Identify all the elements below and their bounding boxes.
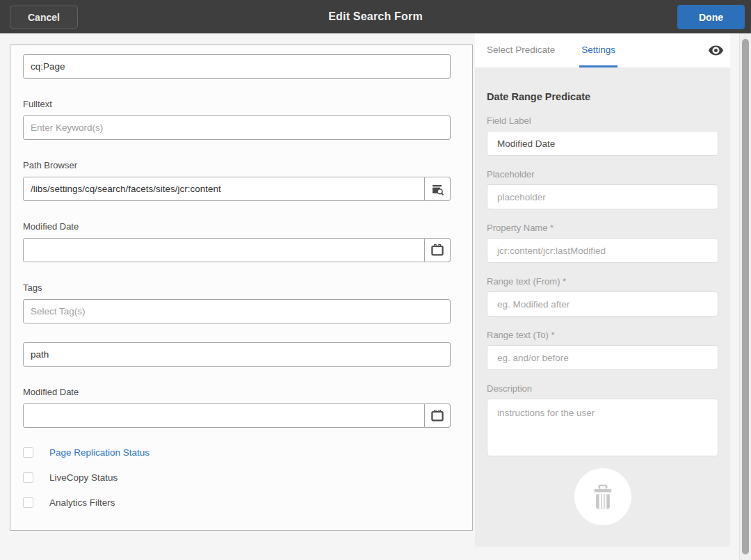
preview-toggle-button[interactable] <box>707 43 724 57</box>
path-browser-field: Path Browser <box>23 161 451 201</box>
field-label-field: Field Label <box>487 116 718 156</box>
page-replication-status-checkbox[interactable] <box>23 447 33 458</box>
trash-icon <box>591 483 615 510</box>
modified-date-field-2: Modified Date <box>23 387 451 428</box>
modified-date-label-1: Modified Date <box>23 222 451 232</box>
search-form-panel: Fulltext Path Browser Modified Date <box>10 45 473 531</box>
analytics-filters-label: Analytics Filters <box>49 497 115 508</box>
predicate-heading: Date Range Predicate <box>487 91 718 102</box>
fulltext-label: Fulltext <box>23 99 451 109</box>
tags-field: Tags <box>23 283 451 323</box>
cancel-button[interactable]: Cancel <box>10 6 78 29</box>
date-range-predicate-settings: Date Range Predicate Field Label Placeho… <box>475 67 730 547</box>
property-name-input[interactable] <box>487 238 718 263</box>
property-name-label: Property Name * <box>487 223 718 232</box>
range-text-from-field: Range text (From) * <box>487 277 718 317</box>
delete-predicate-area <box>487 468 718 525</box>
page-title: Edit Search Form <box>0 0 751 33</box>
modified-date-input-1[interactable] <box>23 238 425 262</box>
fulltext-field: Fulltext <box>23 99 451 140</box>
modified-date-field-1: Modified Date <box>23 222 451 262</box>
modified-date-label-2: Modified Date <box>23 387 451 397</box>
tab-select-predicate[interactable]: Select Predicate <box>485 33 557 67</box>
calendar-icon <box>430 409 444 422</box>
range-text-to-field: Range text (To) * <box>487 330 718 370</box>
tab-settings[interactable]: Settings <box>579 33 617 67</box>
checkbox-row-page-replication-status[interactable]: Page Replication Status <box>23 447 451 458</box>
description-label: Description <box>487 384 718 393</box>
node-type-field <box>23 54 451 79</box>
predicate-tabbar: Select Predicate Settings <box>475 33 730 67</box>
modified-date-calendar-button-1[interactable] <box>425 238 451 262</box>
placeholder-input[interactable] <box>487 184 718 209</box>
path-browser-picker-button[interactable] <box>425 177 451 201</box>
property-name-field: Property Name * <box>487 223 718 263</box>
tags-label: Tags <box>23 283 451 293</box>
range-text-to-label: Range text (To) * <box>487 330 718 339</box>
delete-predicate-button[interactable] <box>574 468 631 525</box>
node-type-input[interactable] <box>23 54 451 79</box>
scrollbar-track[interactable] <box>739 33 751 560</box>
predicate-settings-panel: Select Predicate Settings Date Range Pre… <box>475 33 730 547</box>
range-text-from-label: Range text (From) * <box>487 277 718 286</box>
tags-input[interactable] <box>23 299 451 323</box>
scrollbar-thumb[interactable] <box>742 39 749 554</box>
calendar-icon <box>430 243 444 257</box>
livecopy-status-checkbox[interactable] <box>23 472 33 483</box>
path-browser-label: Path Browser <box>23 161 451 170</box>
modified-date-calendar-button-2[interactable] <box>425 403 451 428</box>
folder-search-icon <box>431 183 444 195</box>
range-text-to-input[interactable] <box>487 345 718 370</box>
header-bar: Cancel Edit Search Form Done <box>0 0 751 33</box>
path-browser-input[interactable] <box>23 177 425 201</box>
placeholder-label: Placeholder <box>487 170 718 179</box>
checkbox-row-analytics-filters[interactable]: Analytics Filters <box>23 497 451 508</box>
range-text-from-input[interactable] <box>487 291 718 317</box>
path-input[interactable] <box>23 342 451 367</box>
modified-date-input-2[interactable] <box>23 403 425 428</box>
field-label-label: Field Label <box>487 116 718 125</box>
description-textarea[interactable] <box>487 399 718 456</box>
eye-icon <box>708 44 724 57</box>
analytics-filters-checkbox[interactable] <box>23 497 33 508</box>
path-field <box>23 342 451 367</box>
done-button[interactable]: Done <box>677 5 745 29</box>
livecopy-status-label: LiveCopy Status <box>49 472 118 483</box>
placeholder-field: Placeholder <box>487 170 718 209</box>
page-replication-status-label: Page Replication Status <box>49 447 150 458</box>
field-label-input[interactable] <box>487 131 718 156</box>
fulltext-input[interactable] <box>23 115 451 140</box>
checkbox-row-livecopy-status[interactable]: LiveCopy Status <box>23 472 451 483</box>
description-field: Description <box>487 384 718 456</box>
